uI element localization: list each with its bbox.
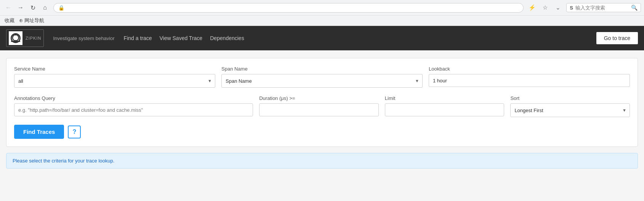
service-name-select-wrapper[interactable]: all ▼ [14,74,215,88]
lookback-label: Lookback [429,66,630,72]
find-traces-button[interactable]: Find Traces [14,125,64,139]
annotations-group: Annotations Query [14,95,253,116]
span-name-select-wrapper[interactable]: Span Name ▼ [221,74,423,88]
sort-group: Sort Longest First ▼ [510,95,630,117]
bookmarks-bar: 收藏 ⊕ 网址导航 [0,15,644,26]
sogou-icon: S [570,5,573,11]
span-name-label: Span Name [221,66,423,72]
lookback-group: Lookback 1 hour [429,66,630,87]
zipkin-logo[interactable]: ZIPKIN [6,29,44,47]
info-bar: Please select the criteria for your trac… [6,153,638,169]
nav-tagline: Investigate system behavior [53,35,114,41]
limit-input[interactable]: 10 [385,103,505,116]
lock-icon: 🔒 [58,5,64,11]
search-panel: Service Name all ▼ Span Name Span Name ▼… [6,58,638,147]
annotations-label: Annotations Query [14,95,253,101]
nav-label[interactable]: ⊕ 网址导航 [19,17,44,24]
form-row-1: Service Name all ▼ Span Name Span Name ▼… [14,66,630,88]
btn-row: Find Traces ? [14,125,630,139]
duration-group: Duration (μs) >= [259,95,379,116]
lookback-value[interactable]: 1 hour [429,74,630,87]
nav-link-dependencies[interactable]: Dependencies [210,35,244,41]
navbar-left: ZIPKIN Investigate system behavior Find … [6,29,244,47]
annotations-input[interactable] [14,103,253,116]
go-to-trace-button[interactable]: Go to trace [596,32,638,44]
svg-rect-0 [10,32,21,44]
duration-label: Duration (μs) >= [259,95,379,101]
limit-group: Limit 10 [385,95,505,116]
main-content: Service Name all ▼ Span Name Span Name ▼… [0,50,644,176]
zipkin-logo-icon [9,31,22,45]
sort-select-wrapper[interactable]: Longest First ▼ [510,103,630,117]
bookmarks-label[interactable]: 收藏 [5,17,14,24]
reload-button[interactable]: ↻ [27,2,38,13]
address-bar[interactable]: 🔒 http://192.168.8.159:9411/zipkin/ [53,3,524,13]
chevron-down-icon[interactable]: ⌄ [553,2,563,13]
forward-button[interactable]: → [15,2,26,13]
browser-search-bar[interactable]: S 🔍 [566,3,641,12]
browser-search-icon[interactable]: 🔍 [631,5,638,11]
nav-buttons: ← → ↻ ⌂ [3,2,50,13]
zipkin-logo-text: ZIPKIN [26,36,41,40]
form-row-2: Annotations Query Duration (μs) >= Limit… [14,95,630,117]
browser-right-tools: ⚡ ☆ ⌄ [527,2,563,13]
lightning-icon[interactable]: ⚡ [527,2,537,13]
svg-point-1 [13,35,19,41]
browser-toolbar: ← → ↻ ⌂ 🔒 http://192.168.8.159:9411/zipk… [0,0,644,15]
span-name-group: Span Name Span Name ▼ [221,66,423,88]
limit-label: Limit [385,95,505,101]
browser-search-input[interactable] [575,5,629,11]
nav-links: Find a trace View Saved Trace Dependenci… [124,35,244,41]
sort-label: Sort [510,95,630,101]
service-name-select[interactable]: all [14,74,215,87]
url-input[interactable]: http://192.168.8.159:9411/zipkin/ [67,5,519,11]
service-name-label: Service Name [14,66,215,72]
duration-input[interactable] [259,103,379,116]
app-navbar: ZIPKIN Investigate system behavior Find … [0,26,644,50]
help-button[interactable]: ? [68,125,81,138]
zipkin-svg-logo [10,32,21,44]
nav-link-find-trace[interactable]: Find a trace [124,35,152,41]
sort-select[interactable]: Longest First [511,104,630,117]
star-icon[interactable]: ☆ [540,2,550,13]
browser-chrome: ← → ↻ ⌂ 🔒 http://192.168.8.159:9411/zipk… [0,0,644,26]
back-button[interactable]: ← [3,2,14,13]
svg-rect-2 [11,41,20,42]
home-button[interactable]: ⌂ [40,2,50,13]
nav-link-view-saved[interactable]: View Saved Trace [160,35,203,41]
info-bar-message: Please select the criteria for your trac… [13,158,114,164]
service-name-group: Service Name all ▼ [14,66,215,88]
span-name-select[interactable]: Span Name [222,74,422,87]
